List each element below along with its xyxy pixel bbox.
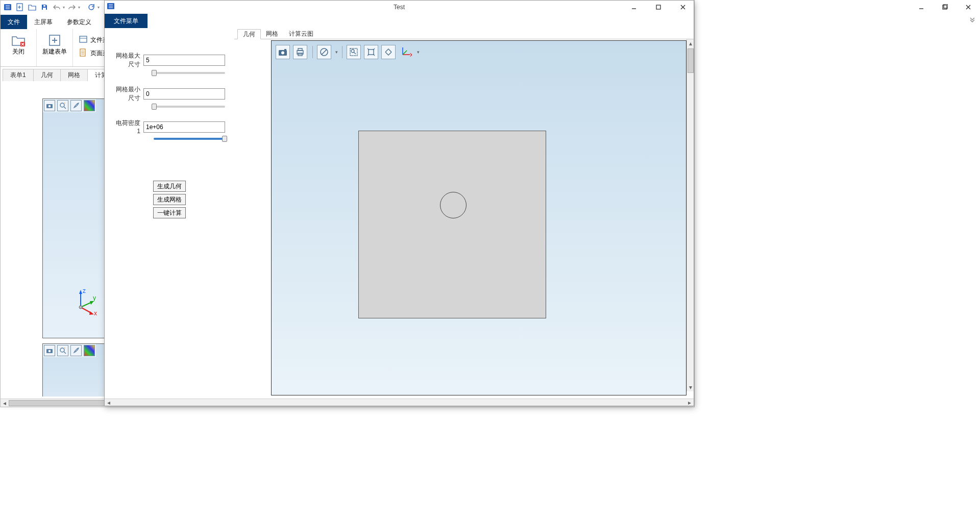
camera-icon[interactable] bbox=[276, 45, 290, 59]
svg-point-23 bbox=[79, 306, 82, 309]
svg-rect-8 bbox=[43, 5, 45, 7]
ribbon-tabs: 文件 主屏幕 参数定义 bbox=[1, 15, 99, 29]
view-tab-geometry[interactable]: 几何 bbox=[237, 29, 261, 39]
max-mesh-label: 网格最大尺寸 bbox=[114, 52, 140, 69]
ribbon-tab-param-def[interactable]: 参数定义 bbox=[60, 15, 99, 29]
svg-line-19 bbox=[81, 302, 92, 307]
vscroll-thumb[interactable] bbox=[688, 48, 694, 73]
outer-maximize-button[interactable] bbox=[933, 0, 957, 14]
svg-point-34 bbox=[281, 52, 284, 55]
zoom-box-icon[interactable] bbox=[347, 45, 361, 59]
outer-minimize-button[interactable] bbox=[910, 0, 933, 14]
new-form-button[interactable]: 新建表单 bbox=[41, 31, 68, 55]
preview-2-toolbar bbox=[43, 344, 96, 357]
svg-point-26 bbox=[60, 348, 64, 352]
svg-line-43 bbox=[354, 52, 356, 54]
float-minimize-button[interactable] bbox=[624, 2, 644, 13]
svg-rect-30 bbox=[656, 5, 660, 9]
xyz-axis-icon[interactable]: x bbox=[399, 45, 413, 59]
new-form-icon bbox=[47, 33, 62, 47]
main-viewport[interactable]: ▾ x ▾ bbox=[271, 40, 687, 395]
svg-rect-11 bbox=[80, 36, 87, 42]
preview-viewport-1[interactable]: z y x bbox=[42, 98, 106, 338]
float-ribbon-tabs: 文件菜单 bbox=[105, 14, 694, 28]
test-window-titlebar[interactable]: Test bbox=[105, 1, 694, 14]
ribbon-tab-main-screen[interactable]: 主屏幕 bbox=[27, 15, 60, 29]
folder-close-icon bbox=[11, 33, 26, 47]
brush-icon[interactable] bbox=[70, 100, 82, 111]
app-icon bbox=[107, 2, 117, 12]
preview-viewport-2[interactable] bbox=[42, 343, 106, 396]
min-mesh-slider[interactable] bbox=[154, 106, 225, 108]
new-file-icon[interactable] bbox=[15, 2, 25, 12]
float-hscrollbar[interactable]: ◂ ▸ bbox=[105, 399, 694, 406]
camera-icon[interactable] bbox=[44, 100, 55, 111]
no-entry-icon[interactable] bbox=[317, 45, 331, 59]
float-maximize-button[interactable] bbox=[649, 2, 668, 13]
max-mesh-input[interactable] bbox=[143, 55, 225, 66]
palette-icon[interactable] bbox=[84, 100, 95, 111]
ribbon-collapse-caret-icon[interactable] bbox=[969, 17, 977, 26]
no-entry-dropdown-icon[interactable]: ▾ bbox=[334, 49, 338, 55]
scroll-right-icon[interactable]: ▸ bbox=[685, 399, 694, 406]
redo-icon[interactable] bbox=[67, 2, 77, 12]
quick-access-toolbar: ▾ ▾ ▾ bbox=[1, 1, 100, 14]
hscroll-thumb[interactable] bbox=[9, 400, 111, 406]
svg-line-16 bbox=[64, 107, 66, 109]
close-button[interactable]: 关闭 bbox=[5, 31, 32, 55]
undo-dropdown-icon[interactable]: ▾ bbox=[63, 5, 65, 10]
doc-tab-form1[interactable]: 表单1 bbox=[3, 69, 34, 81]
svg-rect-37 bbox=[298, 48, 302, 51]
brush-icon[interactable] bbox=[70, 345, 82, 356]
svg-marker-22 bbox=[89, 311, 94, 315]
fit-extents-icon[interactable] bbox=[364, 45, 378, 59]
open-file-icon[interactable] bbox=[27, 2, 37, 12]
zoom-icon[interactable] bbox=[57, 345, 68, 356]
axis-x-label: x bbox=[94, 310, 97, 317]
parameter-sidebar: 网格最大尺寸 网格最小尺寸 电荷密度1 生成几何 生成网格 一键计算 bbox=[105, 29, 234, 399]
one-click-calc-button[interactable]: 一键计算 bbox=[153, 207, 186, 218]
doc-tab-geometry[interactable]: 几何 bbox=[33, 69, 61, 81]
min-mesh-input[interactable] bbox=[143, 88, 225, 100]
generate-mesh-button[interactable]: 生成网格 bbox=[153, 194, 186, 205]
view-tabs: 几何 网格 计算云图 bbox=[234, 29, 694, 39]
palette-icon[interactable] bbox=[84, 345, 95, 356]
charge-density-input[interactable] bbox=[143, 121, 225, 133]
content-area: 几何 网格 计算云图 ▾ x ▾ bbox=[234, 29, 694, 399]
outer-close-button[interactable] bbox=[957, 0, 980, 14]
scroll-left-icon[interactable]: ◂ bbox=[1, 399, 9, 407]
svg-rect-2 bbox=[944, 4, 948, 8]
test-window: Test 文件菜单 网格最大尺寸 网格最小尺寸 电荷密度1 bbox=[104, 0, 694, 406]
print-icon[interactable] bbox=[293, 45, 307, 59]
geometry-circle[interactable] bbox=[440, 192, 467, 218]
geometry-square[interactable] bbox=[358, 131, 546, 318]
scroll-down-icon[interactable]: ▾ bbox=[687, 383, 694, 391]
save-icon[interactable] bbox=[39, 2, 50, 12]
charge-density-slider[interactable] bbox=[154, 138, 225, 140]
viewport-toolbar: ▾ x ▾ bbox=[275, 44, 421, 60]
refresh-icon[interactable] bbox=[86, 2, 96, 12]
ribbon-tab-file[interactable]: 文件 bbox=[1, 15, 27, 29]
svg-point-14 bbox=[48, 105, 51, 108]
svg-rect-35 bbox=[284, 49, 286, 51]
refresh-dropdown-icon[interactable]: ▾ bbox=[97, 5, 100, 10]
zoom-icon[interactable] bbox=[57, 100, 68, 111]
doc-tab-mesh[interactable]: 网格 bbox=[60, 69, 88, 81]
test-window-title: Test bbox=[394, 4, 405, 11]
float-tab-file-menu[interactable]: 文件菜单 bbox=[105, 14, 148, 28]
view-tab-mesh[interactable]: 网格 bbox=[261, 29, 284, 39]
view-tab-calc-cloud[interactable]: 计算云图 bbox=[284, 29, 319, 39]
undo-icon[interactable] bbox=[52, 2, 62, 12]
axis-view-dropdown-icon[interactable]: ▾ bbox=[416, 49, 420, 55]
scroll-left-icon[interactable]: ◂ bbox=[105, 399, 113, 406]
generate-geometry-button[interactable]: 生成几何 bbox=[153, 181, 186, 192]
scroll-up-icon[interactable]: ▴ bbox=[687, 39, 694, 47]
content-vscrollbar[interactable]: ▴ ▾ bbox=[687, 39, 694, 391]
reset-zoom-icon[interactable] bbox=[381, 45, 396, 59]
max-mesh-slider[interactable] bbox=[154, 72, 225, 74]
min-mesh-label: 网格最小尺寸 bbox=[114, 85, 140, 103]
redo-dropdown-icon[interactable]: ▾ bbox=[78, 5, 80, 10]
float-close-button[interactable] bbox=[673, 2, 693, 13]
axis-gizmo: z y x bbox=[70, 287, 101, 317]
camera-icon[interactable] bbox=[44, 345, 55, 356]
